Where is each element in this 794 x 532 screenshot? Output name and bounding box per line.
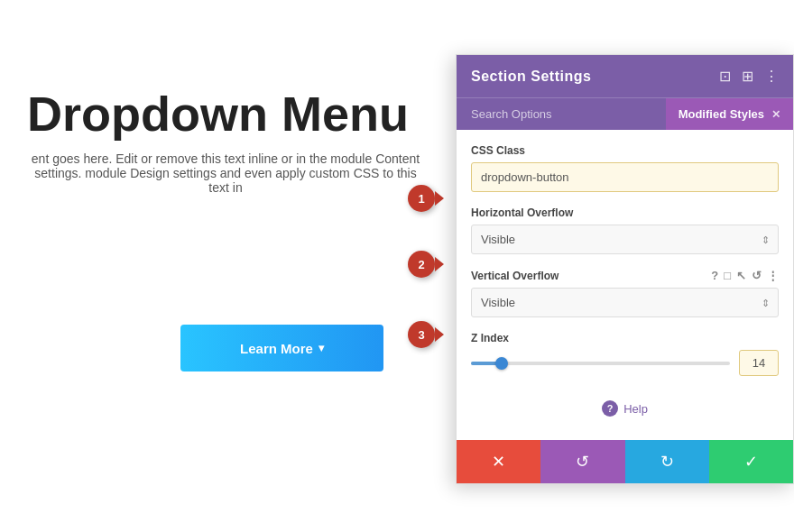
tab-close-icon[interactable]: ✕ [771,108,780,121]
vertical-overflow-icons: ? □ ↖ ↺ ⋮ [711,269,779,282]
save-button[interactable]: ✓ [709,440,793,483]
panel-header: Section Settings ⊡ ⊞ ⋮ [457,55,793,97]
page-subtitle: ent goes here. Edit or remove this text … [27,151,424,195]
z-index-field-group: Z Index [471,332,779,376]
redo-icon: ↻ [660,452,674,472]
css-class-input[interactable] [471,162,779,192]
vertical-overflow-select[interactable]: Visible Hidden Scroll Auto [471,288,779,317]
panel-header-icons: ⊡ ⊞ ⋮ [719,68,779,85]
cancel-button[interactable]: ✕ [457,440,540,483]
help-label: Help [623,402,648,416]
tab-search-label: Search Options [471,107,552,121]
panel-tabs: Search Options Modified Styles ✕ [457,97,793,130]
css-class-field-group: CSS Class [471,144,779,192]
more-options-icon[interactable]: ⋮ [764,68,779,85]
page-title: Dropdown Menu [27,86,409,142]
desktop-icon[interactable]: □ [724,269,731,282]
cursor-icon[interactable]: ↖ [736,269,746,282]
vertical-overflow-label: Vertical Overflow ? □ ↖ ↺ ⋮ [471,269,779,282]
redo-button[interactable]: ↻ [625,440,709,483]
slider-thumb[interactable] [495,357,508,370]
z-index-label: Z Index [471,332,779,344]
help-button[interactable]: ? Help [602,400,648,417]
dropdown-arrow-icon: ▾ [319,342,324,354]
tab-search-options[interactable]: Search Options [457,98,666,130]
learn-more-button[interactable]: Learn More ▾ [180,325,383,371]
undo-button[interactable]: ↺ [540,440,624,483]
css-class-label: CSS Class [471,144,779,157]
help-icon: ? [602,400,618,417]
resize-icon[interactable]: ⊡ [719,68,731,85]
horizontal-overflow-field-group: Horizontal Overflow Visible Hidden Scrol… [471,206,779,254]
help-row: ? Help [471,390,779,426]
learn-more-label: Learn More [240,341,313,356]
help-question-icon[interactable]: ? [711,269,718,282]
overflow-more-icon[interactable]: ⋮ [767,269,779,282]
horizontal-overflow-label: Horizontal Overflow [471,206,779,219]
vertical-overflow-select-wrapper: Visible Hidden Scroll Auto [471,288,779,317]
horizontal-overflow-select[interactable]: Visible Hidden Scroll Auto [471,225,779,254]
section-settings-panel: Section Settings ⊡ ⊞ ⋮ Search Options Mo… [456,54,794,484]
panel-body: CSS Class Horizontal Overflow Visible Hi… [457,130,793,440]
undo-icon: ↺ [576,452,589,472]
tab-modified-label: Modified Styles [679,107,764,121]
horizontal-overflow-select-wrapper: Visible Hidden Scroll Auto [471,225,779,254]
z-index-slider[interactable] [471,354,730,372]
z-index-row [471,350,779,376]
grid-icon[interactable]: ⊞ [742,68,753,85]
marker-2: 2 [408,251,435,278]
save-icon: ✓ [744,452,758,472]
vertical-overflow-field-group: Vertical Overflow ? □ ↖ ↺ ⋮ Visible Hidd… [471,269,779,317]
marker-3: 3 [408,321,435,348]
panel-title: Section Settings [471,69,591,85]
marker-1: 1 [408,185,435,212]
z-index-input[interactable] [739,350,779,376]
slider-track [471,362,730,365]
tab-modified-styles[interactable]: Modified Styles ✕ [666,98,793,130]
reset-icon[interactable]: ↺ [752,269,762,282]
panel-footer: ✕ ↺ ↻ ✓ [457,440,793,483]
cancel-icon: ✕ [492,452,505,472]
